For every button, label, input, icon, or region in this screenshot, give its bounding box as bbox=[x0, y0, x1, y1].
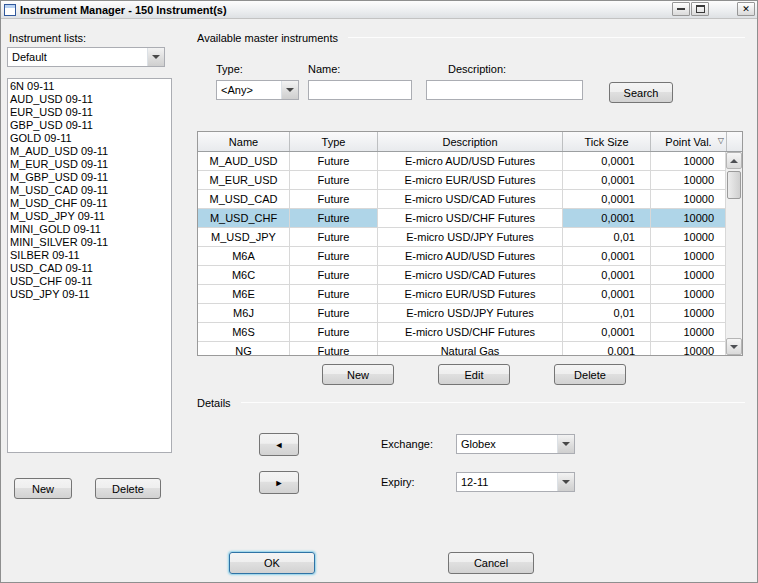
minimize-icon bbox=[677, 7, 685, 10]
table-cell: 10000 bbox=[651, 152, 727, 171]
chevron-down-icon bbox=[281, 81, 298, 99]
table-vertical-scrollbar[interactable] bbox=[725, 152, 742, 355]
scrollbar-thumb[interactable] bbox=[727, 171, 741, 199]
name-label: Name: bbox=[308, 63, 340, 75]
column-header-type[interactable]: Type bbox=[290, 132, 378, 151]
table-edit-button[interactable]: Edit bbox=[438, 364, 510, 385]
instrument-list-item[interactable]: EUR_USD 09-11 bbox=[8, 106, 171, 119]
table-cell: Future bbox=[290, 323, 378, 342]
description-input[interactable] bbox=[426, 80, 583, 100]
expiry-dropdown[interactable]: 12-11 bbox=[456, 472, 575, 492]
table-cell: E-micro AUD/USD Futures bbox=[378, 247, 563, 266]
instrument-list-item[interactable]: USD_CAD 09-11 bbox=[8, 262, 171, 275]
ok-button[interactable]: OK bbox=[229, 552, 315, 574]
chevron-down-icon bbox=[557, 435, 574, 453]
table-row[interactable]: M_USD_CADFutureE-micro USD/CAD Futures0,… bbox=[198, 190, 742, 209]
table-row[interactable]: M_USD_JPYFutureE-micro USD/JPY Futures0,… bbox=[198, 228, 742, 247]
table-cell: M_EUR_USD bbox=[198, 171, 290, 190]
name-input[interactable] bbox=[308, 80, 412, 100]
column-header-pointval-label: Point Val. bbox=[665, 136, 711, 148]
table-cell: E-micro EUR/USD Futures bbox=[378, 171, 563, 190]
instrument-list-item[interactable]: M_EUR_USD 09-11 bbox=[8, 158, 171, 171]
instrument-list-item[interactable]: M_USD_CAD 09-11 bbox=[8, 184, 171, 197]
window-controls: ✕ bbox=[671, 2, 755, 16]
table-cell: Future bbox=[290, 209, 378, 228]
table-cell: 10000 bbox=[651, 209, 727, 228]
column-header-pointval[interactable]: Point Val. ▽ bbox=[651, 132, 727, 151]
table-cell: E-micro USD/CHF Futures bbox=[378, 323, 563, 342]
cancel-button[interactable]: Cancel bbox=[448, 552, 534, 574]
table-row[interactable]: M6JFutureE-micro USD/JPY Futures0,011000… bbox=[198, 304, 742, 323]
column-header-description[interactable]: Description bbox=[378, 132, 563, 151]
table-cell: E-micro USD/CAD Futures bbox=[378, 190, 563, 209]
table-cell: 10000 bbox=[651, 266, 727, 285]
chevron-down-icon bbox=[557, 473, 574, 491]
instrument-list-item[interactable]: GOLD 09-11 bbox=[8, 132, 171, 145]
table-cell: Future bbox=[290, 190, 378, 209]
table-cell: 0,0001 bbox=[563, 171, 651, 190]
table-row[interactable]: M6EFutureE-micro EUR/USD Futures0,000110… bbox=[198, 285, 742, 304]
table-delete-button[interactable]: Delete bbox=[554, 364, 626, 385]
table-cell: E-micro USD/JPY Futures bbox=[378, 228, 563, 247]
instrument-list-item[interactable]: M_AUD_USD 09-11 bbox=[8, 145, 171, 158]
table-row[interactable]: M_AUD_USDFutureE-micro AUD/USD Futures0,… bbox=[198, 152, 742, 171]
instrument-list-item[interactable]: MINI_SILVER 09-11 bbox=[8, 236, 171, 249]
table-row[interactable]: M_EUR_USDFutureE-micro EUR/USD Futures0,… bbox=[198, 171, 742, 190]
table-cell: 0,0001 bbox=[563, 152, 651, 171]
instrument-list-item[interactable]: USD_CHF 09-11 bbox=[8, 275, 171, 288]
table-cell: M_USD_JPY bbox=[198, 228, 290, 247]
details-group-label: Details bbox=[197, 397, 231, 409]
table-cell: 0,0001 bbox=[563, 323, 651, 342]
table-new-button[interactable]: New bbox=[322, 364, 394, 385]
column-header-name[interactable]: Name bbox=[198, 132, 290, 151]
table-cell: 0,0001 bbox=[563, 209, 651, 228]
left-arrow-icon: ◄ bbox=[275, 440, 284, 450]
maximize-button[interactable] bbox=[691, 2, 709, 16]
table-cell: Future bbox=[290, 228, 378, 247]
list-delete-button[interactable]: Delete bbox=[95, 478, 161, 499]
minimize-button[interactable] bbox=[672, 2, 690, 16]
table-cell: 0,0001 bbox=[563, 285, 651, 304]
window-title: Instrument Manager - 150 Instrument(s) bbox=[20, 4, 227, 16]
table-row[interactable]: NGFutureNatural Gas0,00110000 bbox=[198, 342, 742, 356]
chevron-down-icon bbox=[147, 48, 164, 66]
search-button[interactable]: Search bbox=[609, 82, 673, 103]
instrument-list-item[interactable]: M_USD_CHF 09-11 bbox=[8, 197, 171, 210]
instrument-list-item[interactable]: 6N 09-11 bbox=[8, 80, 171, 93]
table-row[interactable]: M6SFutureE-micro USD/CHF Futures0,000110… bbox=[198, 323, 742, 342]
type-dropdown[interactable]: <Any> bbox=[216, 80, 299, 100]
instrument-list-dropdown[interactable]: Default bbox=[7, 47, 165, 67]
instrument-list-item[interactable]: SILBER 09-11 bbox=[8, 249, 171, 262]
type-label: Type: bbox=[216, 63, 243, 75]
group-divider bbox=[348, 37, 745, 38]
table-cell: 10000 bbox=[651, 285, 727, 304]
scroll-up-icon[interactable] bbox=[726, 152, 742, 169]
master-instruments-table[interactable]: Name Type Description Tick Size Point Va… bbox=[197, 131, 743, 356]
table-cell: Future bbox=[290, 152, 378, 171]
table-cell: NG bbox=[198, 342, 290, 356]
table-cell: E-micro USD/CHF Futures bbox=[378, 209, 563, 228]
table-row[interactable]: M6CFutureE-micro USD/CAD Futures0,000110… bbox=[198, 266, 742, 285]
instrument-listbox[interactable]: 6N 09-11AUD_USD 09-11EUR_USD 09-11GBP_US… bbox=[7, 78, 172, 453]
instrument-list-item[interactable]: USD_JPY 09-11 bbox=[8, 288, 171, 301]
move-right-button[interactable]: ► bbox=[259, 471, 299, 494]
table-cell: 0,0001 bbox=[563, 190, 651, 209]
list-new-button[interactable]: New bbox=[14, 478, 72, 499]
move-left-button[interactable]: ◄ bbox=[259, 433, 299, 456]
table-row[interactable]: M_USD_CHFFutureE-micro USD/CHF Futures0,… bbox=[198, 209, 742, 228]
instrument-list-item[interactable]: M_GBP_USD 09-11 bbox=[8, 171, 171, 184]
instrument-list-item[interactable]: MINI_GOLD 09-11 bbox=[8, 223, 171, 236]
table-row[interactable]: M6AFutureE-micro AUD/USD Futures0,000110… bbox=[198, 247, 742, 266]
exchange-dropdown[interactable]: Globex bbox=[456, 434, 575, 454]
instrument-lists-label: Instrument lists: bbox=[9, 32, 86, 44]
table-cell: M_AUD_USD bbox=[198, 152, 290, 171]
instrument-list-dropdown-value: Default bbox=[8, 48, 147, 66]
instrument-list-item[interactable]: GBP_USD 09-11 bbox=[8, 119, 171, 132]
scroll-down-icon[interactable] bbox=[726, 338, 742, 355]
close-button[interactable]: ✕ bbox=[737, 2, 755, 16]
instrument-list-item[interactable]: AUD_USD 09-11 bbox=[8, 93, 171, 106]
instrument-list-item[interactable]: M_USD_JPY 09-11 bbox=[8, 210, 171, 223]
table-cell: M6E bbox=[198, 285, 290, 304]
column-header-ticksize[interactable]: Tick Size bbox=[563, 132, 651, 151]
column-header-filler bbox=[727, 132, 742, 151]
